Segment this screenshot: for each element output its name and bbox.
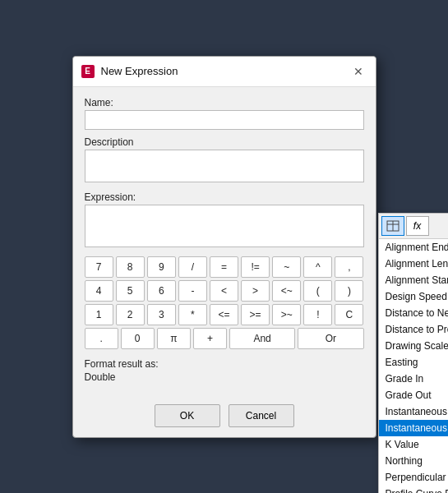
calc-section: 7 8 9 / = != ~ ^ , 4 5 6 - < > (85, 256, 364, 352)
dialog-body: Name: Description Expression: 7 8 9 / = (73, 87, 376, 398)
cancel-button[interactable]: Cancel (229, 404, 294, 427)
fx-icon: fx (413, 220, 421, 232)
calc-row-3: 1 2 3 * <= >= >~ ! C (85, 304, 364, 325)
list-item[interactable]: Distance to Previous PVI (379, 321, 449, 338)
calc-btn-comma[interactable]: , (335, 256, 363, 278)
calc-row-4: . 0 π + And Or (85, 328, 364, 349)
calc-btn-plus[interactable]: + (193, 328, 227, 349)
calc-btn-2[interactable]: 2 (116, 304, 145, 325)
calc-row-2: 4 5 6 - < > <~ ( ) (85, 280, 364, 302)
calc-btn-caret[interactable]: ^ (303, 256, 332, 278)
calc-btn-and[interactable]: And (229, 328, 295, 349)
title-bar: E New Expression ✕ (73, 57, 376, 87)
calc-btn-minus[interactable]: - (178, 280, 207, 302)
calc-btn-8[interactable]: 8 (116, 256, 145, 278)
list-item[interactable]: Design Speed (379, 288, 449, 305)
ok-button[interactable]: OK (155, 404, 220, 427)
property-list-panel: fx Alignment End StationAlignment Length… (378, 213, 449, 494)
calc-btn-lt[interactable]: < (210, 280, 238, 302)
toolbar-fx-btn[interactable]: fx (406, 216, 429, 236)
calc-btn-0[interactable]: 0 (121, 328, 155, 349)
calc-btn-lte[interactable]: <= (210, 304, 238, 325)
toolbar-table-btn[interactable] (381, 216, 404, 236)
list-item[interactable]: Perpendicular Direction (379, 469, 449, 486)
description-row: Description (85, 136, 364, 185)
format-value: Double (85, 371, 364, 383)
list-item[interactable]: Grade Out (379, 387, 449, 403)
list-item[interactable]: Instantaneous Grade (379, 420, 449, 436)
list-item[interactable]: Alignment End Station (379, 239, 449, 256)
calc-btn-7[interactable]: 7 (85, 256, 113, 278)
list-item[interactable]: Alignment Start Station (379, 272, 449, 288)
calc-btn-neq[interactable]: != (241, 256, 270, 278)
calc-btn-or[interactable]: Or (298, 328, 363, 349)
calc-btn-3[interactable]: 3 (147, 304, 176, 325)
calc-btn-5[interactable]: 5 (116, 280, 145, 302)
calc-btn-6[interactable]: 6 (147, 280, 176, 302)
title-bar-left: E New Expression (81, 65, 178, 78)
new-expression-dialog: E New Expression ✕ Name: Description Exp… (72, 56, 376, 438)
list-item[interactable]: Drawing Scale Conversion (379, 338, 449, 354)
calc-btn-dot[interactable]: . (85, 328, 118, 349)
list-item[interactable]: Distance to Next PVI (379, 305, 449, 321)
calc-btn-rparen[interactable]: ) (335, 280, 363, 302)
calc-btn-div[interactable]: / (178, 256, 207, 278)
format-row: Format result as: Double (85, 358, 364, 383)
calc-btn-lparen[interactable]: ( (303, 280, 332, 302)
description-label: Description (85, 136, 364, 148)
close-button[interactable]: ✕ (349, 63, 367, 80)
name-label: Name: (85, 97, 364, 108)
calc-btn-tilde[interactable]: ~ (272, 256, 301, 278)
table-icon (386, 220, 400, 232)
list-toolbar: fx (379, 214, 449, 239)
calc-btn-gt[interactable]: > (241, 280, 270, 302)
description-input[interactable] (85, 150, 364, 182)
dialog-icon: E (81, 65, 95, 78)
dialog-title: New Expression (101, 65, 178, 77)
name-input[interactable] (85, 110, 364, 130)
list-item[interactable]: K Value (379, 436, 449, 453)
calc-btn-4[interactable]: 4 (85, 280, 113, 302)
list-item[interactable]: Alignment Length (379, 256, 449, 272)
format-label: Format result as: (85, 358, 364, 370)
calc-btn-clear[interactable]: C (335, 304, 363, 325)
expression-input[interactable] (85, 205, 364, 247)
calc-btn-gt-tilde[interactable]: >~ (272, 304, 301, 325)
calc-btn-pi[interactable]: π (157, 328, 191, 349)
calc-btn-mul[interactable]: * (178, 304, 207, 325)
expression-label: Expression: (85, 191, 364, 203)
list-item[interactable]: Grade In (379, 371, 449, 387)
list-item[interactable]: Profile Curve End Station (379, 486, 449, 494)
list-item[interactable]: Instantaneous Direction (379, 403, 449, 420)
expression-row: Expression: (85, 191, 364, 250)
calc-btn-9[interactable]: 9 (147, 256, 176, 278)
property-list[interactable]: Alignment End StationAlignment LengthAli… (379, 239, 449, 494)
calc-btn-1[interactable]: 1 (85, 304, 113, 325)
dialog-footer: OK Cancel (73, 398, 376, 437)
calc-btn-lt-tilde[interactable]: <~ (272, 280, 301, 302)
calc-btn-excl[interactable]: ! (303, 304, 332, 325)
calc-btn-eq[interactable]: = (210, 256, 238, 278)
calc-btn-gte[interactable]: >= (241, 304, 270, 325)
name-row: Name: (85, 97, 364, 130)
list-item[interactable]: Northing (379, 453, 449, 469)
calc-row-1: 7 8 9 / = != ~ ^ , (85, 256, 364, 278)
list-item[interactable]: Easting (379, 354, 449, 371)
calc-buttons: 7 8 9 / = != ~ ^ , 4 5 6 - < > (85, 256, 364, 352)
